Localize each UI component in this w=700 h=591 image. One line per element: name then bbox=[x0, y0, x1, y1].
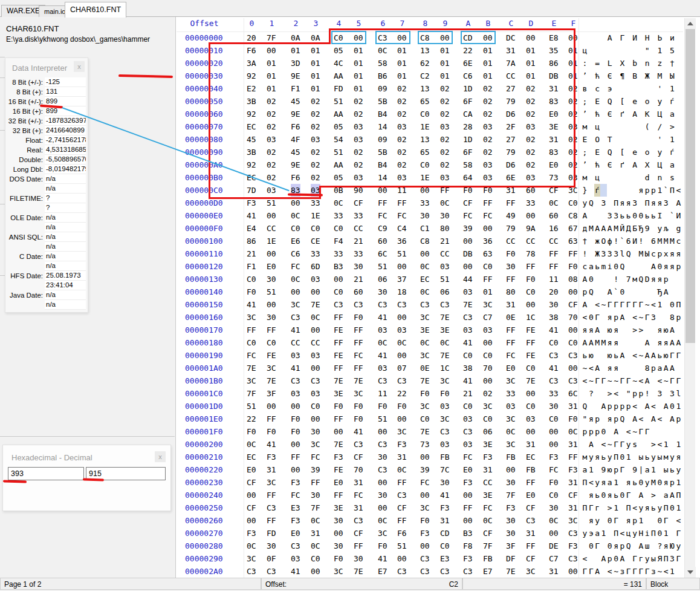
hex-byte[interactable]: 13 bbox=[420, 133, 430, 146]
text-char[interactable] bbox=[675, 362, 682, 374]
hex-byte[interactable]: 01 bbox=[354, 70, 363, 82]
hex-byte[interactable]: 92 bbox=[247, 108, 256, 120]
hex-byte[interactable]: FF bbox=[311, 476, 320, 489]
hex-byte[interactable]: 3E bbox=[334, 501, 343, 514]
hex-byte[interactable]: 51 bbox=[334, 146, 343, 158]
hex-byte[interactable]: 30 bbox=[549, 501, 559, 514]
hex-byte[interactable]: 3C bbox=[440, 413, 450, 425]
hex-byte[interactable]: 7E bbox=[420, 374, 430, 387]
hex-byte[interactable]: 0C bbox=[440, 197, 450, 209]
hex-byte[interactable]: 09 bbox=[378, 133, 387, 146]
hex-byte[interactable]: 3C bbox=[354, 387, 363, 400]
hex-byte[interactable]: 02 bbox=[267, 120, 276, 133]
hex-byte[interactable]: 3A bbox=[247, 57, 256, 70]
hex-byte[interactable]: 3C bbox=[568, 514, 578, 527]
hex-byte[interactable]: 33 bbox=[311, 247, 320, 260]
di-value[interactable]: 23:41:04 bbox=[45, 281, 86, 290]
hex-byte[interactable]: 54 bbox=[334, 133, 343, 146]
hex-byte[interactable]: 41 bbox=[291, 324, 300, 336]
text-char[interactable] bbox=[675, 82, 682, 95]
hex-byte[interactable]: 03 bbox=[291, 349, 300, 362]
hex-byte[interactable]: 33 bbox=[526, 197, 536, 209]
hex-byte[interactable]: C3 bbox=[354, 298, 363, 311]
hex-byte[interactable]: E3 bbox=[291, 501, 300, 514]
hex-byte[interactable]: 31 bbox=[568, 501, 578, 514]
hex-byte[interactable]: 0C bbox=[420, 286, 430, 298]
text-char[interactable]: Г bbox=[675, 349, 682, 362]
hex-byte[interactable]: 3F bbox=[506, 540, 516, 552]
hex-byte[interactable]: 00 bbox=[420, 247, 430, 260]
hex-byte[interactable]: 00 bbox=[526, 387, 536, 400]
hex-byte[interactable]: 4F bbox=[291, 133, 300, 146]
text-char[interactable] bbox=[675, 44, 682, 57]
hex-byte[interactable]: 03 bbox=[311, 273, 320, 286]
hex-byte[interactable]: 86 bbox=[247, 235, 256, 247]
hex-byte[interactable]: 36 bbox=[397, 235, 407, 247]
hex-byte[interactable]: 13 bbox=[420, 82, 430, 95]
hex-byte[interactable]: 7A bbox=[506, 57, 516, 70]
hex-byte[interactable]: 00 bbox=[247, 514, 256, 527]
di-value[interactable]: n/a bbox=[45, 242, 86, 252]
hex-byte[interactable]: FF bbox=[463, 501, 473, 514]
hex-byte[interactable]: CE bbox=[311, 235, 320, 247]
hex-byte[interactable]: 00 bbox=[247, 489, 256, 501]
hex-byte[interactable]: FC bbox=[463, 209, 473, 222]
hex-byte[interactable]: CF bbox=[526, 501, 536, 514]
hex-byte[interactable]: C3 bbox=[378, 374, 387, 387]
hex-byte[interactable]: 02 bbox=[440, 158, 450, 171]
hex-byte[interactable]: 0C bbox=[291, 209, 300, 222]
hex-byte[interactable]: 7E bbox=[354, 374, 363, 387]
hex-byte[interactable]: 3C bbox=[267, 362, 276, 374]
hex-byte[interactable]: C0 bbox=[334, 222, 343, 235]
hex-byte[interactable]: 6F bbox=[463, 146, 473, 158]
hex-byte[interactable]: 41 bbox=[247, 298, 256, 311]
hex-byte[interactable]: FF bbox=[397, 476, 407, 489]
hex-byte[interactable]: 60 bbox=[549, 209, 559, 222]
hex-byte[interactable]: 21 bbox=[463, 387, 473, 400]
hex-byte[interactable]: 7E bbox=[440, 349, 450, 362]
text-char[interactable]: я bbox=[675, 247, 682, 260]
hex-byte[interactable]: 00 bbox=[311, 362, 320, 374]
hex-byte[interactable]: 7E bbox=[334, 438, 343, 451]
hex-byte[interactable]: 33 bbox=[354, 209, 363, 222]
hex-byte[interactable]: B4 bbox=[378, 158, 387, 171]
hex-byte[interactable]: 02 bbox=[397, 95, 407, 108]
hex-byte[interactable]: 02 bbox=[440, 133, 450, 146]
hex-byte[interactable]: 1C bbox=[526, 311, 536, 324]
hex-byte[interactable]: C3 bbox=[440, 298, 450, 311]
hex-byte[interactable]: 02 bbox=[440, 146, 450, 158]
hex-byte[interactable]: C0 bbox=[440, 540, 450, 552]
hex-byte[interactable]: 31 bbox=[440, 514, 450, 527]
hex-byte[interactable]: D6 bbox=[506, 158, 516, 171]
hex-byte[interactable]: F3 bbox=[291, 514, 300, 527]
hex-byte[interactable]: C3 bbox=[247, 565, 256, 578]
hex-byte[interactable]: F3 bbox=[463, 552, 473, 565]
hex-byte[interactable]: C7 bbox=[549, 552, 559, 565]
hex-byte[interactable]: CF bbox=[463, 197, 473, 209]
hex-byte[interactable]: 01 bbox=[311, 70, 320, 82]
hex-byte[interactable]: FC bbox=[549, 463, 559, 476]
hex-byte[interactable]: 00 bbox=[549, 425, 559, 438]
hex-byte[interactable]: 02 bbox=[397, 82, 407, 95]
hex-byte[interactable]: E2 bbox=[247, 82, 256, 95]
hex-byte[interactable]: 45 bbox=[291, 146, 300, 158]
hex-byte[interactable]: 78 bbox=[526, 247, 536, 260]
hex-byte[interactable]: DC bbox=[506, 31, 516, 44]
hex-byte[interactable]: 01 bbox=[568, 57, 578, 70]
hex-byte[interactable]: 92 bbox=[247, 158, 256, 171]
hex-byte[interactable]: 27 bbox=[506, 82, 516, 95]
hex-byte[interactable]: CC bbox=[549, 235, 559, 247]
hex-byte[interactable]: FF bbox=[526, 260, 536, 273]
hex-byte[interactable]: 01 bbox=[568, 44, 578, 57]
di-value[interactable]: 899 bbox=[45, 106, 86, 116]
hex-byte[interactable]: 33 bbox=[311, 197, 320, 209]
hex-byte[interactable]: 01 bbox=[526, 57, 536, 70]
hex-byte[interactable]: 18 bbox=[397, 286, 407, 298]
hex-byte[interactable]: 0C bbox=[291, 273, 300, 286]
hex-byte[interactable]: C3 bbox=[397, 374, 407, 387]
hex-byte[interactable]: FF bbox=[334, 311, 343, 324]
hex-byte[interactable]: 00 bbox=[291, 286, 300, 298]
hex-byte[interactable]: 02 bbox=[311, 146, 320, 158]
hex-byte[interactable]: 3C bbox=[378, 527, 387, 540]
hex-byte[interactable]: 11 bbox=[397, 184, 407, 197]
